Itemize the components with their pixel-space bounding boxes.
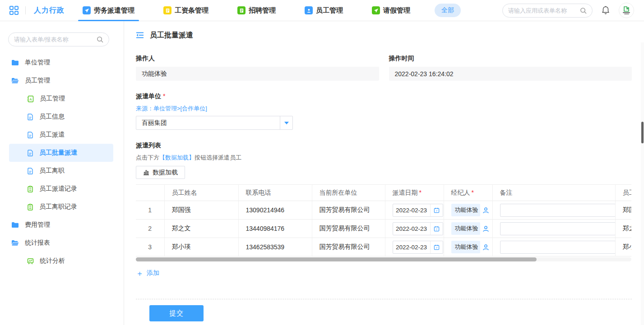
company-logo-avatar[interactable] xyxy=(619,3,634,18)
date-value: 2022-02-23 xyxy=(393,244,430,251)
svg-text:A: A xyxy=(29,97,32,101)
add-row-button[interactable]: ＋ 添加 xyxy=(136,269,159,277)
main-header: 员工批量派遣 xyxy=(136,27,632,43)
topbar: 人力行政 劳务派遣管理 工资条管理 招聘管理 员工管理 xyxy=(0,0,644,21)
window-scrollbar-track[interactable] xyxy=(641,42,644,325)
collapse-sidebar-icon[interactable] xyxy=(136,32,144,39)
sidebar-item-resign-records[interactable]: 员工离职记录 xyxy=(9,198,113,216)
agent-tag[interactable]: 功能体验 xyxy=(451,222,480,235)
person-icon xyxy=(453,226,454,232)
data-load-button[interactable]: 数据加载 xyxy=(136,166,185,179)
row-index: 2 xyxy=(136,220,164,238)
svg-text:7: 7 xyxy=(436,247,437,249)
topbar-divider xyxy=(25,6,26,14)
logo-glyph-icon xyxy=(623,6,630,12)
global-search-input[interactable] xyxy=(508,7,576,14)
dispatch-list-label: 派遣列表 xyxy=(136,142,632,150)
note-input[interactable] xyxy=(500,241,616,254)
dispatch-unit-label: 派遣单位* xyxy=(136,92,632,101)
operator-value-field: 功能体验 xyxy=(136,67,379,81)
page-title: 员工批量派遣 xyxy=(150,31,193,40)
topbar-right xyxy=(502,3,634,18)
col-header-note: 备注 xyxy=(492,185,615,201)
sidebar-item-unit-mgmt[interactable]: 单位管理 xyxy=(9,54,113,72)
tab-labor-dispatch[interactable]: 劳务派遣管理 xyxy=(78,0,139,21)
sidebar-item-employee-info[interactable]: 员工信息 xyxy=(9,108,113,126)
dispatch-list-hint: 点击下方【数据加载】按钮选择派遣员工 xyxy=(136,154,632,162)
agent-tag[interactable]: 功能体验 xyxy=(451,241,480,253)
sidebar-item-label: 员工批量派遣 xyxy=(39,149,77,157)
person-picker-icon[interactable] xyxy=(482,225,489,232)
required-mark: * xyxy=(472,189,474,196)
sidebar-item-employee-dispatch[interactable]: 员工派遣 xyxy=(9,126,113,144)
col-header-agent-text: 经纪人 xyxy=(451,189,470,196)
cell-unit: 国芳贸易有限公司 xyxy=(312,238,385,256)
optime-field-group: 操作时间 2022-02-23 16:24:02 xyxy=(389,55,632,81)
tab-payslip[interactable]: 工资条管理 xyxy=(159,0,213,21)
document-icon xyxy=(27,114,33,120)
sidebar-item-employee-batch-dispatch[interactable]: 员工批量派遣 xyxy=(9,144,113,162)
unit-source-link[interactable]: 单位管理>[合作单位] xyxy=(153,105,207,112)
sidebar-item-expense-mgmt[interactable]: 费用管理 xyxy=(9,216,113,234)
sidebar-item-stat-reports-folder[interactable]: 统计报表 xyxy=(9,234,113,252)
person-picker-icon[interactable] xyxy=(482,207,489,214)
cell-date: 2022-02-23 7 xyxy=(385,238,444,256)
col-header-index xyxy=(136,185,164,201)
window-scrollbar-thumb[interactable] xyxy=(641,122,644,143)
agent-tag[interactable]: 功能体验 xyxy=(451,204,480,216)
person-picker-icon[interactable] xyxy=(482,244,489,251)
sidebar-item-dispatch-records[interactable]: 员工派遣记录 xyxy=(9,180,113,198)
submit-button[interactable]: 提交 xyxy=(149,305,204,321)
table-horizontal-scrollbar[interactable] xyxy=(136,257,631,261)
sidebar-item-employee-resign[interactable]: 员工离职 xyxy=(9,162,113,180)
sidebar-item-employee-mgmt-folder[interactable]: 员工管理 xyxy=(9,72,113,90)
note-input[interactable] xyxy=(500,222,616,235)
app-title: 人力行政 xyxy=(34,6,65,15)
select-arrow-button[interactable] xyxy=(280,116,292,129)
dispatch-unit-selected-value: 百丽集团 xyxy=(136,119,280,127)
row-index: 3 xyxy=(136,238,164,256)
person-icon xyxy=(453,244,454,250)
person-icon xyxy=(453,207,454,213)
search-icon[interactable] xyxy=(580,7,587,14)
sidebar-item-employee-mgmt[interactable]: A 员工管理 xyxy=(9,90,113,108)
folder-closed-icon xyxy=(11,222,19,228)
sidebar-search[interactable] xyxy=(8,32,109,46)
sidebar-item-label: 费用管理 xyxy=(25,221,50,229)
tab-leave[interactable]: 请假管理 xyxy=(367,0,415,21)
data-load-button-label: 数据加载 xyxy=(153,169,178,177)
sidebar-tree: 单位管理 员工管理 A 员工管理 员工信息 员工派遣 员工批量派遣 xyxy=(0,54,124,270)
note-input[interactable] xyxy=(500,204,616,217)
all-apps-pill[interactable]: 全部 xyxy=(435,4,461,17)
required-mark: * xyxy=(419,189,422,196)
scrollbar-thumb[interactable] xyxy=(136,257,537,261)
nav-tabs: 劳务派遣管理 工资条管理 招聘管理 员工管理 请假管理 xyxy=(78,0,435,21)
tab-recruitment[interactable]: 招聘管理 xyxy=(233,0,280,21)
table-row: 3 郑小瑛 13462583539 国芳贸易有限公司 2022-02-23 7 xyxy=(136,238,631,256)
search-icon[interactable] xyxy=(97,36,103,43)
sidebar-item-stat-analysis[interactable]: 统计分析 xyxy=(9,252,113,270)
cell-employee: 郑之文 xyxy=(615,220,631,238)
bell-icon[interactable] xyxy=(602,6,610,15)
calendar-icon[interactable]: 7 xyxy=(430,223,443,235)
cell-note xyxy=(492,201,615,220)
calendar-icon[interactable]: 7 xyxy=(430,204,443,216)
date-picker-input[interactable]: 2022-02-23 7 xyxy=(393,222,443,235)
tab-label: 请假管理 xyxy=(383,6,410,15)
sidebar-search-input[interactable] xyxy=(14,36,93,43)
cell-phone: 13462583539 xyxy=(238,238,312,256)
tab-employee[interactable]: 员工管理 xyxy=(300,0,347,21)
cell-agent: 功能体验 xyxy=(444,238,492,256)
apps-grid-icon[interactable] xyxy=(9,5,19,15)
calendar-icon[interactable]: 7 xyxy=(430,241,443,253)
cell-agent: 功能体验 xyxy=(444,201,492,220)
global-search[interactable] xyxy=(502,4,593,18)
date-picker-input[interactable]: 2022-02-23 7 xyxy=(393,204,443,217)
table-row: 2 郑之文 13440984176 国芳贸易有限公司 2022-02-23 7 xyxy=(136,220,631,238)
hint-suffix: 按钮选择派遣员工 xyxy=(195,154,241,161)
date-picker-input[interactable]: 2022-02-23 7 xyxy=(393,241,443,254)
clipboard-icon xyxy=(27,204,33,211)
chart-board-icon xyxy=(27,258,34,265)
dispatch-unit-select[interactable]: 百丽集团 xyxy=(136,116,293,130)
employee-name: 郑国强 xyxy=(623,206,632,213)
